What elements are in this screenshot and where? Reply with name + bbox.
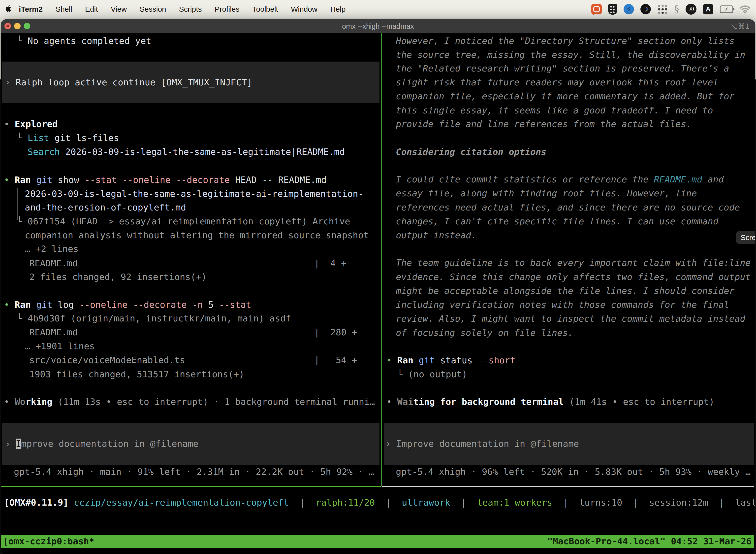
- terminal-line: src/voice/voiceModeEnabled.ts | 54 +: [29, 353, 357, 367]
- iterm2-window: omx --xhigh --madmax ⌥⌘1 [omx-cczip0:bas…: [1, 19, 755, 554]
- terminal-line: this single essay, it seems like a good …: [396, 104, 713, 117]
- menu-item-view[interactable]: View: [105, 5, 133, 13]
- pane-divider-vertical[interactable]: [381, 33, 382, 486]
- terminal-line: • Ran git show --stat --oneline --decora…: [4, 173, 327, 187]
- menu-item-toolbelt[interactable]: Toolbelt: [246, 5, 285, 13]
- wifi-icon[interactable]: [740, 5, 751, 13]
- chat-badge-icon[interactable]: [591, 4, 602, 14]
- terminal-line: of focusing solely on file lines.: [396, 326, 573, 340]
- macos-menu-bar: iTerm2ShellEditViewSessionScriptsProfile…: [0, 0, 756, 18]
- menu-items: iTerm2ShellEditViewSessionScriptsProfile…: [17, 5, 352, 13]
- moon-circle-icon[interactable]: ☾: [640, 4, 651, 14]
- menu-item-window[interactable]: Window: [285, 5, 324, 13]
- terminal-line: slight risk that future readers may over…: [396, 75, 718, 89]
- terminal-line: … +1901 lines: [25, 339, 95, 353]
- moon-glyph: ☾: [643, 5, 648, 13]
- terminal-line: evidence. Since this change only affects…: [396, 270, 751, 284]
- terminal-line: › Improve documentation in @filename: [5, 437, 198, 451]
- tmux-status-bar: [omx-cczip0:bash* "MacBook-Pro-44.local"…: [1, 535, 754, 548]
- terminal-layer: [omx-cczip0:bash* "MacBook-Pro-44.local"…: [1, 19, 755, 554]
- terminal-line: › Ralph loop active continue [OMX_TMUX_I…: [5, 75, 252, 89]
- terminal-line: output instead.: [396, 228, 477, 242]
- terminal-line: • Ran git log --oneline --decorate -n 5 …: [4, 298, 251, 312]
- terminal-line: review. Also, I might want to inspect th…: [396, 312, 745, 326]
- screen-tooltip: Scre: [736, 231, 755, 244]
- terminal-line: companion analysis without altering the …: [25, 228, 369, 242]
- terminal-line: … +2 lines: [25, 242, 79, 256]
- terminal-line: gpt-5.4 xhigh · 96% left · 520K in · 5.8…: [396, 465, 751, 479]
- terminal-line: README.md | 4 +: [29, 257, 346, 270]
- bolt-glyph: ⚡: [627, 5, 631, 13]
- terminal-line: and-the-erosion-of-copyleft.md: [25, 201, 186, 214]
- menu-status-icons: ⚡ ☾ § ..61 A ⚡: [591, 3, 756, 15]
- battery-percent-badge[interactable]: ..61: [686, 4, 696, 15]
- menu-item-help[interactable]: Help: [324, 5, 352, 13]
- screen-tooltip-text: Scre: [741, 233, 755, 241]
- terminal-line: changes, I can't cite specific file line…: [396, 214, 718, 228]
- terminal-line: └ (no output): [397, 367, 467, 381]
- menu-item-edit[interactable]: Edit: [79, 5, 105, 13]
- terminal-line: • Waiting for background terminal (1m 41…: [386, 395, 714, 409]
- apple-logo-icon: [5, 4, 12, 15]
- terminal-line: README.md | 280 +: [29, 325, 357, 339]
- terminal-line: 2 files changed, 92 insertions(+): [29, 270, 207, 284]
- section-glyph-icon[interactable]: §: [674, 3, 679, 15]
- terminal-line: └ List git ls-files: [17, 131, 119, 145]
- terminal-line: └ No agents completed yet: [17, 34, 151, 48]
- terminal-line: Considering citation options: [396, 145, 547, 159]
- battery-icon[interactable]: ⚡: [720, 5, 733, 13]
- menu-item-scripts[interactable]: Scripts: [173, 5, 208, 13]
- terminal-line: the "Related research writing" section i…: [396, 62, 729, 75]
- menu-item-iterm2[interactable]: iTerm2: [17, 5, 49, 13]
- terminal-line: provide file and line references from th…: [396, 117, 692, 131]
- terminal-line: └ 067f154 (HEAD -> essay/ai-reimplementa…: [17, 214, 350, 228]
- menu-item-shell[interactable]: Shell: [49, 5, 79, 13]
- right-pane-bottom-border: [382, 486, 754, 487]
- terminal-line: • Ran git status --short: [386, 353, 515, 367]
- menu-item-profiles[interactable]: Profiles: [208, 5, 246, 13]
- terminal-line: might be acceptable alongside the file l…: [396, 284, 735, 298]
- apple-menu[interactable]: [0, 4, 17, 15]
- shield-grid-icon[interactable]: [608, 4, 617, 15]
- terminal-line: gpt-5.4 xhigh · main · 91% left · 2.31M …: [14, 465, 374, 479]
- terminal-line: essay file, along with finding root file…: [396, 186, 697, 200]
- terminal-line: including verification notes with those …: [396, 298, 729, 312]
- terminal-line: • Explored: [4, 117, 58, 131]
- terminal-line: companion file, especially if more comme…: [396, 89, 735, 103]
- terminal-line: • Working (11m 13s • esc to interrupt) ·…: [4, 395, 375, 409]
- input-source-a[interactable]: A: [703, 4, 713, 14]
- terminal-line: └ 4b9d30f (origin/main, instructkr/main,…: [17, 312, 291, 325]
- menu-item-session[interactable]: Session: [133, 5, 173, 13]
- terminal-line: However, I noticed the "Directory Struct…: [396, 34, 735, 48]
- tmux-session-label: [omx-cczip0:bash*: [3, 535, 94, 548]
- terminal-line: › Improve documentation in @filename: [385, 437, 579, 451]
- dots-grid-icon[interactable]: [657, 4, 668, 14]
- terminal-line: Search 2026-03-09-is-legal-the-same-as-l…: [17, 145, 345, 159]
- terminal-line: 2026-03-09-is-legal-the-same-as-legitima…: [25, 187, 363, 201]
- terminal-line: 1903 files changed, 513517 insertions(+): [29, 367, 244, 381]
- terminal-line: I could cite commit statistics or refere…: [396, 172, 724, 186]
- terminal-line: references need actual files, and since …: [396, 201, 740, 214]
- blue-bolt-icon[interactable]: ⚡: [624, 4, 634, 14]
- tmux-host-clock: "MacBook-Pro-44.local" 04:52 31-Mar-26: [547, 535, 752, 548]
- terminal-line: the source tree, missing the essay. Stil…: [396, 48, 745, 62]
- left-pane-bottom-border: [1, 486, 381, 487]
- terminal-line: [OMX#0.11.9] cczip/essay/ai-reimplementa…: [4, 496, 755, 510]
- terminal-line: The team guideline is to back every impo…: [396, 256, 751, 270]
